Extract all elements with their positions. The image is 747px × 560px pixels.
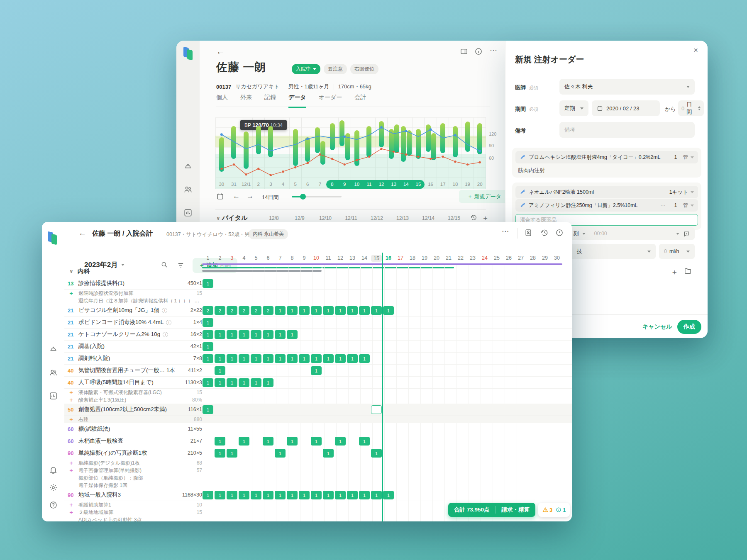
- grid-cell[interactable]: 1: [239, 437, 249, 446]
- grid-cell[interactable]: 2: [227, 306, 237, 315]
- grid-cell[interactable]: 1: [203, 342, 213, 351]
- grid-cell[interactable]: 1: [275, 354, 286, 363]
- grid-cell[interactable]: 1: [323, 306, 334, 315]
- selected-empty-cell[interactable]: [371, 405, 382, 414]
- calendar-day[interactable]: 14: [361, 255, 367, 261]
- grid-cell[interactable]: 1: [287, 306, 298, 315]
- chart-x-axis[interactable]: 303112/1234567891011121314151617181920: [215, 180, 486, 189]
- start-time-field[interactable]: 刻 00:00: [559, 227, 695, 240]
- grid-cell[interactable]: 1: [275, 449, 286, 458]
- history-icon[interactable]: [540, 229, 549, 239]
- calendar-day[interactable]: 16: [386, 255, 391, 261]
- grid-cell[interactable]: 1: [215, 354, 225, 363]
- x-axis-label[interactable]: 13: [391, 182, 396, 187]
- info-icon[interactable]: i: [162, 308, 167, 313]
- create-button[interactable]: 作成: [677, 320, 701, 334]
- grid-cell[interactable]: 1: [215, 449, 225, 458]
- grid-cell[interactable]: 1: [311, 306, 322, 315]
- billing-item-row[interactable]: 13診療情報提供料(1)450×11: [64, 278, 572, 290]
- grid-cell[interactable]: 1: [311, 437, 322, 446]
- calendar-day[interactable]: 1: [207, 255, 210, 261]
- x-axis-label[interactable]: 17: [440, 182, 446, 187]
- grid-cell[interactable]: 1: [239, 378, 249, 387]
- grid-cell[interactable]: 1: [275, 306, 286, 315]
- alert-circle-icon[interactable]: [555, 229, 564, 239]
- grid-cell[interactable]: 1: [347, 306, 358, 315]
- x-axis-label[interactable]: 16: [428, 182, 433, 187]
- more-icon[interactable]: ⋯: [490, 46, 497, 55]
- grid-cell[interactable]: 1: [263, 354, 273, 363]
- info-icon[interactable]: [474, 47, 483, 57]
- x-axis-label[interactable]: 4: [282, 182, 284, 187]
- calendar-day[interactable]: 12: [337, 255, 343, 261]
- grid-cell[interactable]: 1: [383, 491, 394, 499]
- back-arrow-icon[interactable]: ←: [216, 46, 225, 56]
- more-icon[interactable]: ⋯: [660, 202, 666, 209]
- grid-cell[interactable]: 1: [359, 306, 370, 315]
- technique-select[interactable]: 技: [559, 244, 656, 259]
- x-axis-label[interactable]: 6: [306, 182, 309, 187]
- grid-cell[interactable]: 1: [299, 491, 310, 499]
- billing-item-row[interactable]: 21ビサコジル坐剤10mg「JG」1個i2×222222221111111111: [64, 304, 572, 317]
- grid-cell[interactable]: 1: [323, 491, 334, 499]
- folder-icon[interactable]: [684, 267, 692, 277]
- billing-item-row[interactable]: 90単純撮影(イ)の写真診断1枚210×511111: [64, 447, 572, 459]
- grid-cell[interactable]: 1: [215, 378, 225, 387]
- grid-cell[interactable]: 1: [323, 354, 334, 363]
- chevron-down-icon[interactable]: ∨: [69, 268, 73, 274]
- bell-icon[interactable]: [49, 466, 58, 476]
- cancel-button[interactable]: キャンセル: [642, 323, 672, 331]
- tab-personal[interactable]: 個人: [216, 94, 228, 102]
- x-axis-label[interactable]: 3: [269, 182, 272, 187]
- total-button-group[interactable]: 合計 73,950点 請求・精算: [448, 503, 535, 517]
- stats-icon[interactable]: [49, 392, 58, 402]
- grid-cell[interactable]: 1: [227, 491, 237, 499]
- grid-cell[interactable]: 1: [275, 330, 286, 339]
- grid-cell[interactable]: 2: [215, 306, 225, 315]
- x-axis-label[interactable]: 14: [403, 182, 409, 187]
- grid-cell[interactable]: 1: [227, 330, 237, 339]
- grid-cell[interactable]: 1: [251, 491, 261, 499]
- calendar-day[interactable]: 7: [279, 255, 282, 261]
- grid-cell[interactable]: 1: [335, 437, 346, 446]
- stats-icon[interactable]: [183, 208, 193, 219]
- calendar-day[interactable]: 28: [530, 255, 536, 261]
- x-axis-label[interactable]: 19: [465, 182, 470, 187]
- doctor-select[interactable]: 佐々木 利夫: [559, 79, 695, 95]
- layout-icon[interactable]: [460, 47, 468, 57]
- grid-cell[interactable]: 1: [311, 354, 322, 363]
- tab-records[interactable]: 記録: [264, 94, 276, 102]
- grid-cell[interactable]: 1: [227, 449, 237, 458]
- grid-cell[interactable]: 1: [215, 366, 225, 375]
- x-axis-label[interactable]: 12/1: [242, 182, 251, 187]
- calendar-day[interactable]: 22: [458, 255, 464, 261]
- chevron-down-icon[interactable]: ∨: [216, 215, 220, 221]
- x-axis-label[interactable]: 30: [219, 182, 224, 187]
- grid-cell[interactable]: 1: [311, 366, 322, 375]
- grid-cell[interactable]: 1: [263, 437, 273, 446]
- grid-cell[interactable]: 1: [275, 491, 286, 499]
- billing-item-row[interactable]: 21調基(入院)42×11: [64, 341, 572, 353]
- calendar-day[interactable]: 10: [313, 255, 319, 261]
- grid-cell[interactable]: 1: [347, 354, 358, 363]
- grid-cell[interactable]: 2: [263, 306, 273, 315]
- grid-cell[interactable]: 1: [371, 306, 382, 315]
- grid-cell[interactable]: 1: [251, 354, 261, 363]
- tab-data[interactable]: データ: [288, 94, 306, 108]
- medication-row[interactable]: ネオエルバNF2輸液 1500ml 1キット: [515, 186, 698, 198]
- x-axis-label[interactable]: 7: [319, 182, 321, 187]
- date-picker[interactable]: 2020 / 02 / 23: [592, 100, 660, 116]
- billing-item-row[interactable]: 21ケトコナゾールクリーム2% 10gi16×211111111: [64, 329, 572, 341]
- vitals-chart[interactable]: BP 120/70 10:34: [215, 117, 486, 189]
- x-axis-label[interactable]: 8: [331, 182, 333, 187]
- tab-outpatient[interactable]: 外来: [240, 94, 252, 102]
- billing-item-row[interactable]: 50創傷処置(100cm2以上500cm2未満)116×11: [64, 404, 572, 416]
- grid-cell[interactable]: 1: [215, 491, 225, 499]
- grid-cell[interactable]: 1: [215, 437, 225, 446]
- grid-cell[interactable]: 1: [299, 306, 310, 315]
- grid-cell[interactable]: 1: [239, 354, 249, 363]
- billing-item-row[interactable]: 40人工呼吸(5時間超14日目まで)1130×3111111: [64, 377, 572, 389]
- x-axis-label[interactable]: 15: [416, 182, 421, 187]
- calendar-day[interactable]: 15: [371, 255, 382, 262]
- grid-cell[interactable]: 1: [251, 378, 261, 387]
